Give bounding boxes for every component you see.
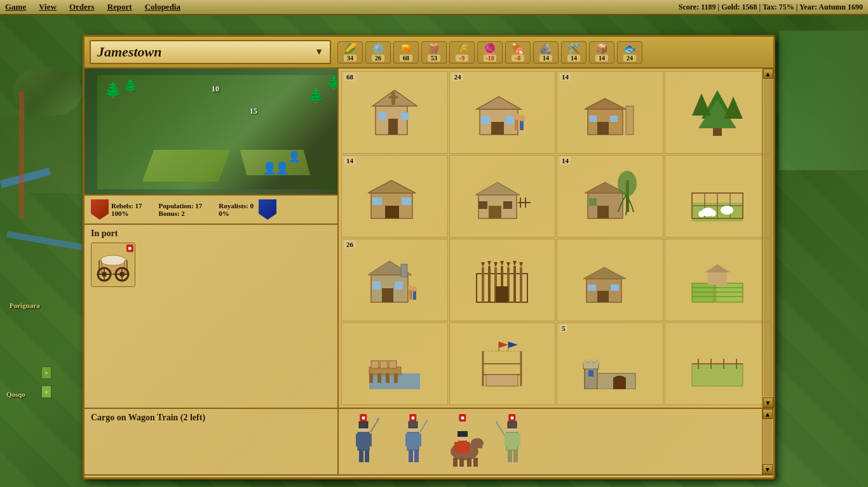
svg-rect-72	[395, 281, 403, 290]
port-item-wagon[interactable]: ■	[91, 243, 135, 287]
svg-marker-91	[513, 261, 517, 266]
cargo-scroll-up[interactable]: ▲	[763, 409, 773, 419]
svg-rect-31	[589, 116, 597, 122]
building-fur-trader[interactable]: 14	[557, 155, 663, 237]
scroll-up-btn[interactable]: ▲	[763, 69, 773, 79]
resource-icon-4: 🌾	[453, 43, 471, 55]
svg-rect-32	[610, 116, 618, 122]
svg-marker-108	[705, 264, 730, 272]
building-fort[interactable]: 5	[557, 323, 663, 405]
port-items: ■	[91, 243, 331, 287]
building-town-hall[interactable]	[449, 323, 556, 405]
city-dialog: Jamestown ▼ 🌽34⚙️26🔫68🪵53🌾-9🧶-18🍖-8🪨14🛠️…	[83, 35, 775, 479]
svg-rect-123	[486, 375, 518, 386]
royalists-pct: 0%	[219, 210, 254, 217]
resource-count-5: -18	[484, 55, 496, 62]
svg-rect-26	[520, 120, 524, 130]
svg-marker-20	[477, 97, 521, 109]
menu-game[interactable]: Game	[5, 2, 26, 12]
svg-rect-161	[453, 458, 458, 467]
building-trading-post[interactable]: 24	[449, 71, 556, 154]
resource-icon-0: 🌽	[341, 43, 359, 55]
cargo-unit-2[interactable]: ■	[440, 414, 485, 470]
svg-marker-125	[499, 342, 508, 348]
svg-rect-131	[589, 359, 593, 364]
game-stats: Score: 1189 | Gold: 1568 | Tax: 75% | Ye…	[679, 3, 863, 12]
building-blacksmith[interactable]	[557, 239, 663, 321]
svg-rect-172	[505, 434, 510, 446]
svg-rect-71	[372, 281, 381, 290]
svg-rect-93	[496, 286, 508, 302]
population-label: Population: 17	[159, 202, 203, 210]
building-warehouse[interactable]: 14	[341, 155, 448, 237]
scroll-down-btn[interactable]: ▼	[763, 397, 773, 408]
svg-rect-24	[515, 119, 519, 130]
svg-point-27	[519, 115, 525, 121]
svg-rect-164	[473, 458, 478, 467]
building-field[interactable]	[665, 323, 771, 405]
building-fort-count: 5	[560, 324, 567, 332]
cargo-unit-0[interactable]: ■	[341, 414, 386, 470]
building-church[interactable]: 68	[341, 71, 448, 154]
stats-row: Rebels: 17 100% Population: 17 Bonus: 2 …	[85, 196, 337, 225]
svg-rect-41	[385, 206, 399, 218]
cargo-unit-3[interactable]: ■	[490, 414, 534, 470]
building-farm[interactable]	[665, 239, 771, 321]
rebels-pct: 100%	[111, 210, 142, 217]
resource-count-4: -9	[456, 55, 468, 62]
svg-rect-116	[380, 361, 388, 368]
menu-view[interactable]: View	[39, 2, 57, 12]
building-tp-count: 24	[452, 73, 463, 81]
svg-line-148	[370, 420, 378, 432]
svg-marker-127	[508, 342, 518, 348]
menu-orders[interactable]: Orders	[69, 2, 95, 12]
resource-item-9: 📦14	[589, 41, 614, 63]
menu-report[interactable]: Report	[107, 2, 132, 12]
svg-rect-23	[505, 116, 514, 124]
svg-rect-155	[414, 450, 419, 462]
map-number-15: 15	[250, 107, 257, 116]
building-pasture[interactable]	[665, 155, 771, 237]
resource-count-0: 34	[344, 55, 356, 62]
svg-rect-117	[389, 361, 397, 368]
svg-marker-92	[519, 262, 523, 267]
city-name-box[interactable]: Jamestown ▼	[90, 40, 331, 64]
svg-rect-36	[713, 128, 722, 136]
building-stable[interactable]	[449, 155, 556, 237]
svg-rect-115	[371, 361, 379, 368]
svg-rect-21	[491, 122, 504, 135]
svg-rect-114	[394, 373, 398, 383]
svg-rect-98	[611, 284, 619, 291]
left-panel: 🌲 🌲 🌲 🌲 🌲 10 15 👤 👤 👤	[85, 69, 339, 408]
map-label-poriguara: Poriguara	[10, 302, 40, 309]
royalists-label: Royalists: 0	[219, 202, 254, 210]
city-dropdown-icon[interactable]: ▼	[315, 47, 323, 57]
buildings-scrollbar[interactable]: ▲ ▼	[762, 69, 773, 408]
cargo-section: Cargo on Wagon Train (2 left) ■	[85, 408, 773, 474]
cargo-unit-1[interactable]: ■	[391, 414, 435, 470]
cargo-scroll-down[interactable]: ▼	[763, 464, 773, 474]
svg-rect-96	[597, 291, 609, 302]
svg-marker-29	[585, 98, 626, 109]
svg-marker-37	[692, 93, 711, 116]
menu-colopedia[interactable]: Colopedia	[145, 2, 180, 12]
building-armory[interactable]: 26	[341, 239, 448, 321]
svg-rect-168	[465, 442, 470, 452]
svg-line-157	[420, 420, 428, 432]
cargo-scroll-track[interactable]	[763, 420, 772, 464]
rebels-label: Rebels: 17	[111, 202, 142, 210]
building-shipyard[interactable]	[341, 323, 448, 405]
building-stockade[interactable]	[449, 239, 556, 321]
resource-item-3: 🪵53	[421, 41, 447, 63]
svg-point-66	[710, 210, 716, 217]
building-forest[interactable]	[665, 71, 771, 154]
scroll-track[interactable]	[764, 79, 773, 397]
resource-count-10: 24	[623, 55, 636, 62]
building-lumber-mill[interactable]: 14	[557, 71, 663, 154]
svg-rect-146	[365, 450, 369, 462]
svg-rect-176	[508, 422, 517, 428]
cargo-scrollbar[interactable]: ▲ ▼	[762, 409, 773, 474]
menu-items: Game View Orders Report Colopedia	[5, 2, 180, 12]
resource-item-10: 🐟24	[617, 41, 642, 63]
svg-rect-16	[389, 96, 398, 98]
